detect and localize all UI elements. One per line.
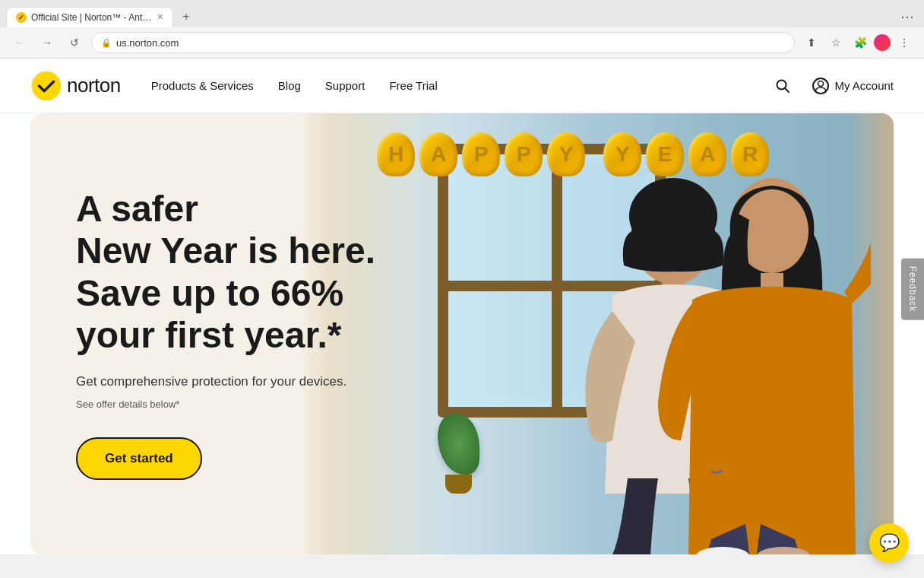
hero-section: H A P P Y Y E A R bbox=[30, 113, 894, 554]
feedback-tab[interactable]: Feedback bbox=[901, 259, 924, 320]
share-button[interactable]: ⬆ bbox=[801, 32, 822, 53]
hero-offer-note: See offer details below* bbox=[76, 399, 375, 410]
minimize-window-button[interactable]: ⋯ bbox=[897, 6, 918, 27]
people-svg bbox=[377, 174, 871, 554]
back-button[interactable]: ← bbox=[9, 32, 30, 53]
tab-favicon bbox=[16, 12, 27, 23]
profile-avatar[interactable] bbox=[874, 34, 891, 51]
lock-icon: 🔒 bbox=[101, 38, 112, 48]
balloon-h: H bbox=[377, 132, 415, 176]
svg-point-1 bbox=[32, 71, 61, 100]
chat-icon: 💬 bbox=[879, 533, 900, 553]
headline-line1: A safer bbox=[76, 189, 198, 229]
balloon-p2: P bbox=[505, 132, 543, 176]
search-icon bbox=[775, 78, 790, 94]
balloon-y2: Y bbox=[603, 132, 641, 176]
address-bar[interactable]: 🔒 us.norton.com bbox=[91, 32, 795, 53]
free-trial-link[interactable]: Free Trial bbox=[389, 79, 437, 92]
chat-button[interactable]: 💬 bbox=[869, 523, 909, 563]
svg-point-5 bbox=[818, 81, 824, 86]
new-tab-button[interactable]: + bbox=[176, 7, 196, 27]
menu-button[interactable]: ⋮ bbox=[894, 32, 915, 53]
get-started-button[interactable]: Get started bbox=[76, 437, 202, 480]
active-tab[interactable]: Official Site | Norton™ - Antiv... ✕ bbox=[6, 7, 173, 27]
balloon-y1: Y bbox=[547, 132, 585, 176]
support-link[interactable]: Support bbox=[325, 79, 365, 92]
nav-right: My Account bbox=[769, 72, 894, 100]
products-services-link[interactable]: Products & Services bbox=[151, 79, 254, 92]
balloon-e: E bbox=[646, 132, 684, 176]
browser-toolbar: ⬆ ☆ 🧩 ⋮ bbox=[801, 32, 915, 53]
headline-line2: New Year is here. bbox=[76, 230, 375, 271]
search-button[interactable] bbox=[769, 72, 796, 100]
bookmark-button[interactable]: ☆ bbox=[825, 32, 846, 53]
headline-line3: Save up to 66% bbox=[76, 273, 343, 313]
svg-line-3 bbox=[786, 88, 790, 92]
balloon-a2: A bbox=[688, 132, 726, 176]
forward-button[interactable]: → bbox=[36, 32, 58, 53]
balloons-container: H A P P Y Y E A R bbox=[377, 132, 769, 176]
hero-subtext: Get comprehensive protection for your de… bbox=[76, 374, 375, 389]
norton-logo[interactable]: norton bbox=[30, 70, 121, 102]
site-nav: norton Products & Services Blog Support … bbox=[0, 59, 924, 113]
balloon-a: A bbox=[419, 132, 457, 176]
my-account-label: My Account bbox=[834, 79, 894, 92]
url-text: us.norton.com bbox=[116, 37, 785, 49]
blog-link[interactable]: Blog bbox=[278, 79, 301, 92]
hero-content: A safer New Year is here. Save up to 66%… bbox=[30, 188, 421, 480]
website: norton Products & Services Blog Support … bbox=[0, 59, 924, 554]
norton-logo-text: norton bbox=[67, 74, 121, 97]
tab-close-button[interactable]: ✕ bbox=[157, 12, 163, 22]
my-account-button[interactable]: My Account bbox=[812, 77, 894, 95]
hero-headline: A safer New Year is here. Save up to 66%… bbox=[76, 188, 375, 356]
tab-bar: Official Site | Norton™ - Antiv... ✕ + ⋯ bbox=[0, 0, 924, 27]
account-icon bbox=[812, 77, 830, 95]
headline-line4: your first year.* bbox=[76, 315, 342, 355]
extensions-button[interactable]: 🧩 bbox=[850, 32, 871, 53]
address-bar-row: ← → ↺ 🔒 us.norton.com ⬆ ☆ 🧩 ⋮ bbox=[0, 27, 924, 59]
browser-chrome: Official Site | Norton™ - Antiv... ✕ + ⋯… bbox=[0, 0, 924, 59]
svg-point-2 bbox=[777, 80, 786, 89]
tab-title: Official Site | Norton™ - Antiv... bbox=[31, 12, 152, 23]
nav-links: Products & Services Blog Support Free Tr… bbox=[151, 79, 770, 92]
norton-logo-icon bbox=[30, 70, 62, 102]
balloon-r: R bbox=[731, 132, 769, 176]
balloon-p1: P bbox=[462, 132, 500, 176]
reload-button[interactable]: ↺ bbox=[64, 32, 85, 53]
